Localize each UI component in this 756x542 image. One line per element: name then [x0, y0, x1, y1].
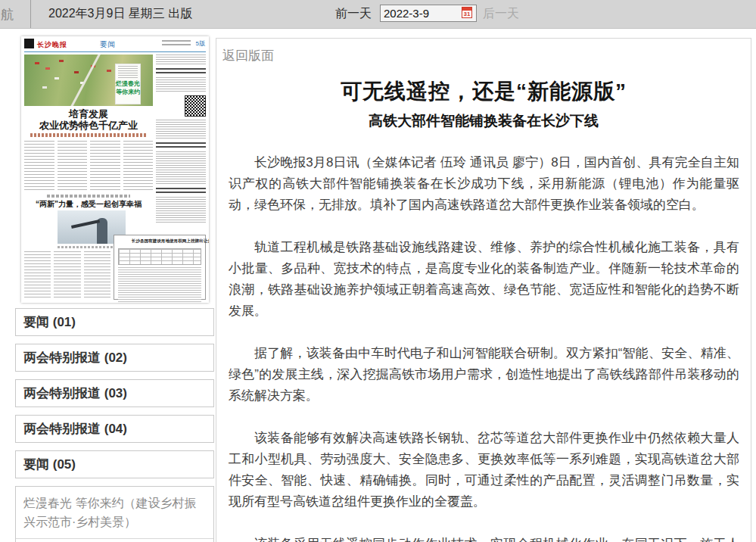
text-filler — [90, 141, 120, 192]
text-filler — [84, 251, 110, 298]
mini-headline-bar — [156, 188, 206, 194]
text-filler — [24, 251, 51, 298]
calendar-icon[interactable]: 31 — [461, 7, 474, 20]
text-filler — [118, 66, 138, 78]
date-input[interactable] — [382, 6, 458, 20]
thumb-promo-line-2: 等你来约 — [116, 88, 140, 96]
text-filler — [156, 77, 206, 92]
thumb-lead-headline-line2: 农业优势特色千亿产业 — [24, 119, 153, 132]
article-paragraph: 长沙晚报3月8日讯（全媒体记者 伍玲 通讯员 廖宁）8日，国内首创、具有完全自主… — [229, 152, 739, 216]
next-day-link[interactable]: 后一天 — [483, 6, 519, 22]
sidebar-section-yaowen-05[interactable]: 要闻 (05) — [15, 450, 214, 478]
toolbar-divider — [30, 0, 31, 28]
sidebar-section-lianghui-04[interactable]: 两会特别报道 (04) — [15, 415, 214, 443]
section-nav-list: 要闻 (01) 两会特别报道 (02) 两会特别报道 (03) 两会特别报道 (… — [15, 308, 214, 542]
sidebar-section-lianghui-02[interactable]: 两会特别报道 (02) — [15, 344, 214, 372]
text-filler — [156, 120, 206, 139]
newspaper-logo — [24, 39, 34, 48]
date-picker-box: 31 — [380, 5, 477, 22]
back-to-page-link[interactable]: 返回版面 — [222, 47, 274, 64]
article-panel: 返回版面 可无线遥控，还是“新能源版” 高铁大部件智能铺换装备在长沙下线 长沙晚… — [216, 38, 751, 542]
article-body: 长沙晚报3月8日讯（全媒体记者 伍玲 通讯员 廖宁）8日，国内首创、具有完全自主… — [216, 152, 751, 542]
mini-headline-bar — [156, 68, 206, 74]
article-link[interactable]: 烂漫春光 等你来约（建设乡村振兴示范市·乡村美景） — [16, 487, 213, 538]
nav-partial-label[interactable]: 航 — [1, 6, 14, 23]
top-toolbar: 航 2022年3月9日 星期三 出版 前一天 31 后一天 — [0, 0, 756, 29]
thumb-land-notice-box: 长沙县国有建设用地使用权网上挂牌出让公告 — [114, 235, 206, 300]
calendar-icon-body: 31 — [462, 7, 472, 18]
article-link-list: 烂漫春光 等你来约（建设乡村振兴示范市·乡村美景） 培育发展农业优势特色千亿产业 — [15, 486, 214, 542]
article-paragraph: 轨道工程机械是铁路基础设施线路建设、维修、养护的综合性机械化施工装备，具有小批量… — [229, 237, 739, 322]
text-filler — [54, 251, 80, 298]
article-paragraph: 该装备能够有效解决高速铁路长钢轨、岔芯等道岔大部件更换作业中仍然依赖大量人工和小… — [229, 428, 739, 512]
text-filler — [123, 141, 154, 192]
photo-machine-shape — [71, 220, 100, 229]
thumb-body-columns-2 — [24, 251, 110, 298]
calendar-icon-day: 31 — [462, 11, 471, 18]
thumb-dateline-filler — [162, 40, 191, 47]
text-filler — [58, 141, 88, 192]
thumb-story2-headline: “两新”力量，感受一起创享幸福 — [24, 199, 153, 210]
mini-headline-bar — [156, 142, 206, 148]
previous-day-link[interactable]: 前一天 — [335, 6, 372, 22]
thumb-promo-box: 烂漫春光 等你来约 — [115, 64, 141, 104]
thumb-page-number: 5版 — [196, 39, 205, 48]
thumb-land-notice-title: 长沙县国有建设用地使用权网上挂牌出让公告 — [132, 238, 188, 244]
sidebar-section-yaowen-01[interactable]: 要闻 (01) — [15, 308, 214, 336]
thumb-header-rule — [24, 51, 206, 52]
text-filler — [156, 55, 206, 65]
thumb-body-columns — [24, 141, 153, 192]
text-filler — [118, 267, 201, 303]
thumb-right-column — [156, 55, 206, 232]
text-filler — [24, 141, 54, 192]
photo-roofs-shape — [35, 62, 39, 64]
article-link[interactable]: 培育发展农业优势特色千亿产业 — [16, 538, 213, 542]
sidebar-section-lianghui-03[interactable]: 两会特别报道 (03) — [15, 379, 214, 407]
thumb-lead-subtitle-bar — [30, 133, 147, 137]
qr-code — [185, 95, 206, 117]
text-filler — [156, 151, 206, 185]
page-thumbnail[interactable]: 长沙晚报 要闻 5版 烂漫春光 等你来约 培育发展 农业优势特色千亿产业 “两新… — [21, 36, 209, 303]
thumb-story2-kicker — [47, 195, 130, 198]
publish-date-label: 2022年3月9日 星期三 出版 — [48, 6, 192, 22]
article-paragraph: 该装备采用无线遥控同步动作作业技术，实现全程机械化作业，在同工况下，施工人员较行… — [229, 534, 739, 542]
newspaper-masthead: 长沙晚报 — [37, 40, 67, 50]
thumb-notice-table — [118, 248, 201, 265]
article-title: 可无线遥控，还是“新能源版” — [216, 77, 751, 106]
photo-road-shape — [67, 55, 101, 106]
sidebar: 长沙晚报 要闻 5版 烂漫春光 等你来约 培育发展 农业优势特色千亿产业 “两新… — [15, 36, 214, 542]
text-filler — [156, 197, 206, 223]
article-paragraph: 据了解，该装备由中车时代电子和山河智能联合研制。双方紧扣“智能、安全、精准、绿色… — [229, 343, 739, 406]
thumb-promo-line-1: 烂漫春光 — [116, 79, 140, 88]
article-subtitle: 高铁大部件智能铺换装备在长沙下线 — [216, 111, 751, 131]
thumb-section-label: 要闻 — [100, 39, 115, 50]
